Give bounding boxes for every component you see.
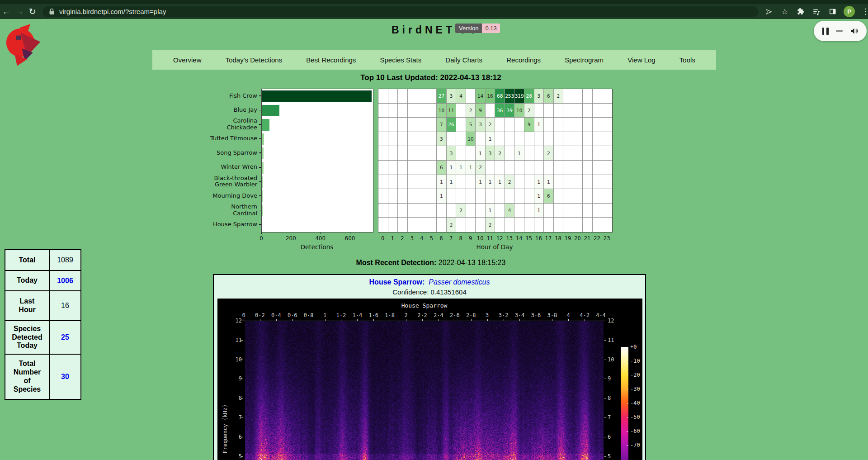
axis-tick <box>627 417 628 417</box>
nav-item-daily-charts[interactable]: Daily Charts <box>445 56 482 64</box>
heat-cell <box>388 161 398 175</box>
url-text: virginia.birdnetpi.com/?stream=play <box>59 8 166 15</box>
time-tick-label: 1 <box>323 312 326 318</box>
axis-tick <box>350 232 350 234</box>
heat-cell: 10 <box>466 132 476 146</box>
send-icon[interactable] <box>764 7 774 16</box>
volume-icon[interactable] <box>850 27 859 35</box>
heat-cell <box>495 189 505 203</box>
heat-cell <box>602 104 612 118</box>
heat-cell: 26 <box>447 118 457 132</box>
heat-cell <box>388 132 398 146</box>
heat-cell: 1 <box>544 175 554 189</box>
freq-tick-label: 11 <box>608 337 619 343</box>
seek-handle[interactable] <box>836 30 843 32</box>
side-panel-icon[interactable] <box>828 7 837 16</box>
hour-axis-tick-label: 2 <box>401 235 404 242</box>
axis-tick <box>241 379 243 379</box>
spectrogram-freq-label: Frequency (kHz) <box>222 404 228 453</box>
heat-cell <box>505 146 515 160</box>
heat-cell <box>563 146 573 160</box>
heat-cell <box>378 146 388 160</box>
heat-cell <box>378 104 388 118</box>
species-label: Fish Crow <box>229 93 257 100</box>
heat-cell <box>476 189 486 203</box>
nav-item-recordings[interactable]: Recordings <box>506 56 541 64</box>
chart-bar-plot <box>261 89 373 232</box>
heat-cell <box>524 218 534 232</box>
version-badge: Version0.13 <box>455 24 500 33</box>
time-tick-label: 1·8 <box>385 312 395 318</box>
heat-cell: 1 <box>534 189 544 203</box>
stats-value[interactable]: 30 <box>49 354 81 399</box>
detection-scientific-name[interactable]: Passer domesticus <box>429 278 490 286</box>
heat-cell: 3 <box>486 146 495 160</box>
browser-menu-icon[interactable]: ⋮ <box>862 7 868 16</box>
heat-cell <box>427 118 437 132</box>
heat-cell <box>398 146 408 160</box>
heat-cell <box>378 118 388 132</box>
time-tick-label: 2·4 <box>434 312 443 318</box>
nav-item-today-s-detections[interactable]: Today's Detections <box>226 56 282 64</box>
heat-cell <box>583 104 593 118</box>
heat-cell <box>534 161 544 175</box>
reload-button[interactable]: ↻ <box>26 7 39 16</box>
hour-axis-tick-label: 4 <box>420 235 423 242</box>
heat-cell <box>417 118 427 132</box>
heat-cell <box>398 161 408 175</box>
axis-tick <box>261 232 262 234</box>
stats-value[interactable]: 1006 <box>49 270 81 291</box>
heat-cell <box>447 132 457 146</box>
nav-item-view-log[interactable]: View Log <box>627 56 655 64</box>
heat-cell <box>388 89 398 103</box>
heat-cell <box>456 189 466 203</box>
stats-value: 16 <box>49 291 81 321</box>
stats-row: Last Hour16 <box>5 291 81 321</box>
nav-item-best-recordings[interactable]: Best Recordings <box>306 56 356 64</box>
pause-button[interactable] <box>822 28 829 35</box>
extensions-icon[interactable] <box>796 7 805 16</box>
heat-cell <box>573 189 583 203</box>
media-controls-icon[interactable] <box>812 7 821 16</box>
url-bar[interactable]: virginia.birdnetpi.com/?stream=play <box>42 6 758 17</box>
most-recent-value: 2022-04-13 18:15:23 <box>439 259 506 266</box>
heat-cell: 10 <box>514 104 524 118</box>
detection-common-name[interactable]: House Sparrow: <box>369 278 425 286</box>
stats-value[interactable]: 25 <box>49 321 81 354</box>
detection-confidence: Confidence: 0.41351604 <box>214 288 645 296</box>
nav-item-overview[interactable]: Overview <box>173 56 202 64</box>
freq-tick-label: 8 <box>608 395 619 401</box>
heat-cell: 2 <box>524 104 534 118</box>
heat-cell <box>495 118 505 132</box>
heat-cell <box>456 104 466 118</box>
page: BirdNET-Pi Version0.13 OverviewToday's D… <box>0 19 868 460</box>
nav-item-spectrogram[interactable]: Spectrogram <box>565 56 604 64</box>
detections-bar <box>262 119 269 131</box>
forward-button[interactable]: → <box>13 7 26 16</box>
heat-cell <box>378 89 388 103</box>
heat-cell <box>486 189 495 203</box>
nav-item-species-stats[interactable]: Species Stats <box>380 56 421 64</box>
heat-cell <box>534 104 544 118</box>
heat-cell: 1 <box>534 204 544 218</box>
stats-row: Total1089 <box>5 250 81 270</box>
profile-avatar[interactable]: P <box>844 6 855 17</box>
time-tick-label: 2 <box>404 312 407 318</box>
heat-cell <box>417 175 427 189</box>
db-tick-label: -20 <box>630 372 640 378</box>
heat-cell <box>378 204 388 218</box>
heat-cell <box>514 218 524 232</box>
bookmark-star-icon[interactable]: ☆ <box>780 7 789 16</box>
heat-cell <box>427 175 437 189</box>
heat-cell <box>456 218 466 232</box>
heat-cell <box>447 204 457 218</box>
heat-cell <box>456 132 466 146</box>
hour-axis-tick-label: 7 <box>449 235 453 242</box>
back-button[interactable]: ← <box>0 7 13 16</box>
heat-cell <box>554 132 564 146</box>
time-tick-label: 0·6 <box>288 312 297 318</box>
freq-tick-label: 5 <box>608 453 619 460</box>
nav-item-tools[interactable]: Tools <box>679 56 695 64</box>
stats-row: Species Detected Today25 <box>5 321 81 354</box>
species-label: Black-throated Green Warbler <box>214 175 257 188</box>
